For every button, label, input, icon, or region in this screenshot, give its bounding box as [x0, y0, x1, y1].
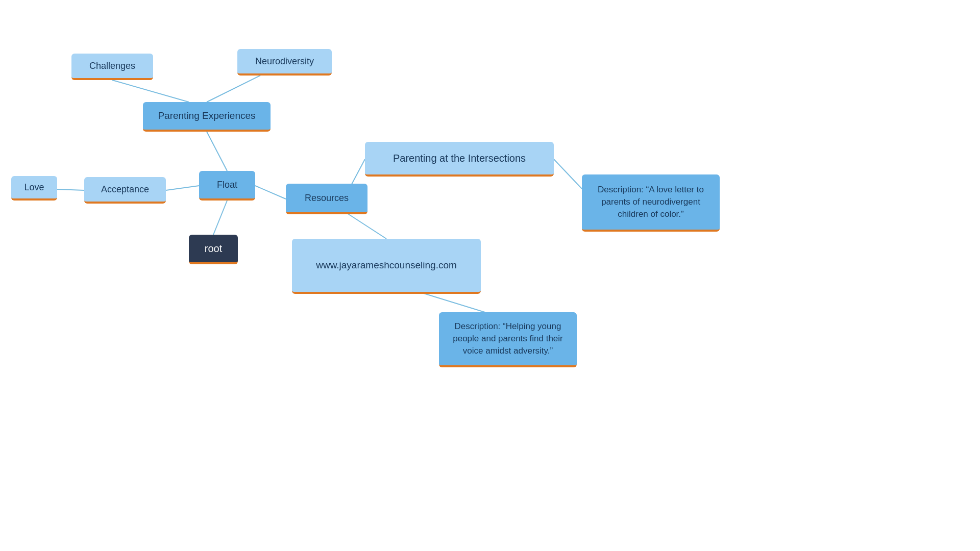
svg-line-6	[255, 186, 286, 199]
parenting-experiences-node[interactable]: Parenting Experiences	[143, 102, 271, 132]
float-node[interactable]: Float	[199, 171, 255, 201]
challenges-node[interactable]: Challenges	[71, 54, 153, 80]
svg-line-4	[166, 186, 199, 190]
neurodiversity-label: Neurodiversity	[255, 56, 314, 67]
svg-line-0	[112, 80, 189, 102]
resources-node[interactable]: Resources	[286, 184, 368, 214]
svg-line-10	[424, 293, 485, 312]
root-label: root	[205, 243, 222, 255]
website-node[interactable]: www.jayarameshcounseling.com	[292, 239, 481, 294]
love-label: Love	[24, 182, 44, 193]
description-love-letter-label: Description: “A love letter to parents o…	[591, 184, 710, 220]
resources-label: Resources	[305, 193, 349, 204]
svg-line-5	[213, 201, 227, 235]
parenting-intersections-label: Parenting at the Intersections	[393, 153, 526, 164]
svg-line-1	[207, 76, 260, 102]
svg-line-3	[57, 189, 84, 190]
root-node[interactable]: root	[189, 235, 238, 264]
challenges-label: Challenges	[89, 61, 135, 71]
parenting-intersections-node[interactable]: Parenting at the Intersections	[365, 142, 554, 177]
svg-line-8	[554, 159, 582, 189]
acceptance-label: Acceptance	[101, 184, 149, 195]
float-label: Float	[217, 180, 237, 190]
neurodiversity-node[interactable]: Neurodiversity	[237, 49, 332, 76]
love-node[interactable]: Love	[11, 176, 57, 201]
acceptance-node[interactable]: Acceptance	[84, 177, 166, 204]
website-label: www.jayarameshcounseling.com	[316, 260, 457, 271]
parenting-experiences-label: Parenting Experiences	[158, 110, 255, 121]
description-love-letter-node[interactable]: Description: “A love letter to parents o…	[582, 174, 720, 232]
svg-line-9	[347, 213, 386, 239]
svg-line-2	[207, 132, 227, 171]
description-helping-node[interactable]: Description: “Helping young people and p…	[439, 312, 577, 367]
description-helping-label: Description: “Helping young people and p…	[448, 320, 568, 357]
